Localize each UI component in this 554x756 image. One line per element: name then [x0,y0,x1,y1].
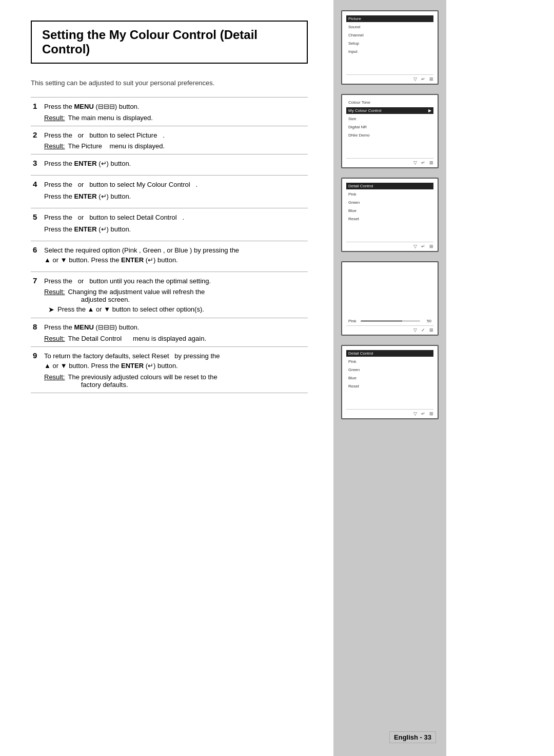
step-number: 6 [31,241,42,272]
menu-item: Green [346,366,433,373]
step-text: Press the or button until you reach the … [44,276,306,286]
menu-icon: ⊞ [429,160,433,165]
sidebar: Picture Sound Channel Setup Input ▽ ↵ ⊞ … [333,0,446,756]
menu-icon: ⊞ [429,244,433,249]
slider-screen: Pink 50 [346,266,433,325]
note-arrow-icon: ➤ [48,305,54,314]
enter-icon: ↵ [421,411,425,416]
menu-icon: ⊞ [429,76,433,82]
slider-value: 50 [422,319,431,323]
table-row: 4 Press the or button to select My Colou… [31,175,308,208]
menu-item: Input [346,48,433,55]
screen-bottom-icons: ▽ ↵ ⊞ [346,409,433,416]
slider-row: Pink 50 [346,318,433,324]
nav-icon: ▽ [413,244,417,249]
menu-item: DNIe Demo [346,132,433,139]
step-number: 9 [31,346,42,393]
menu-icon: ⊞ [429,411,433,416]
step-number: 2 [31,126,42,154]
menu-item: Digital NR [346,124,433,130]
screen-bottom-icons: ▽ ↵ ⊞ [346,74,433,82]
menu-item: Reset [346,383,433,390]
menu-items-2: Colour Tone My Colour Control▶ Size Digi… [346,99,433,158]
step-text: Press the ENTER (↵) button. [44,159,306,169]
result-text: Changing the adjustment value will refre… [68,288,205,303]
result-label: Result: [44,373,65,381]
enter-icon: ↵ [421,76,425,82]
slider-bar [361,320,420,322]
menu-item: Size [346,115,433,122]
menu-item: Detail Control [346,183,433,189]
result-text: The main menu is displayed. [68,114,152,122]
menu-icon: ⊞ [429,327,433,333]
table-row: 2 Press the or button to select Picture … [31,126,308,154]
enter-icon: ↵ [421,160,425,165]
menu-item: Pink [346,358,433,365]
menu-item: Channel [346,32,433,38]
result-label: Result: [44,142,65,150]
step-number: 4 [31,175,42,208]
table-row: 7 Press the or button until you reach th… [31,272,308,318]
menu-item: Green [346,199,433,206]
note-text: Press the ▲ or ▼ button to select other … [57,305,204,313]
enter-icon: ↵ [421,244,425,249]
page-title: Setting the My Colour Control (Detail Co… [42,28,296,56]
menu-item: Colour Tone [346,99,433,106]
menu-item: My Colour Control▶ [346,107,433,114]
step-number: 5 [31,208,42,241]
screen-bottom-icons: ▽ ↵ ⊞ [346,158,433,165]
menu-item: Setup [346,40,433,47]
result-text: The previously adjusted colours will be … [68,373,217,389]
page-title-box: Setting the My Colour Control (Detail Co… [31,21,308,64]
intro-text: This setting can be adjusted to suit you… [31,79,308,87]
table-row: 6 Select the required option (Pink , Gre… [31,241,308,272]
step-number: 3 [31,154,42,176]
screen-bottom-icons: ▽ ↵ ⊞ [346,242,433,249]
table-row: 5 Press the or button to select Detail C… [31,208,308,241]
nav-icon: ▽ [413,411,417,416]
menu-item: Blue [346,375,433,381]
result-label: Result: [44,114,65,122]
table-row: 3 Press the ENTER (↵) button. [31,154,308,176]
nav-icon: ▽ [413,327,417,333]
slider-label: Pink [348,319,359,323]
menu-item: Blue [346,207,433,214]
step-text: Press the or button to select Picture . [44,130,306,141]
screen-bottom-icons: ▽ ✓ ⊞ [346,325,433,333]
menu-items-3: Detail Control Pink Green Blue Reset [346,183,433,242]
result-label: Result: [44,335,65,342]
step-text-2: Press the ENTER (↵) button. [44,191,306,202]
page-number: English - 33 [389,731,436,743]
step-text: Press the or button to select Detail Con… [44,212,306,223]
steps-table: 1 Press the MENU (⊟⊟⊟) button. Result: T… [31,97,308,393]
step-text-2: Press the ENTER (↵) button. [44,224,306,235]
step-number: 7 [31,272,42,318]
confirm-icon: ✓ [421,327,425,333]
right-margin [446,0,554,756]
step-number: 8 [31,318,42,347]
screen-2: Colour Tone My Colour Control▶ Size Digi… [341,94,439,168]
step-text: Press the MENU (⊟⊟⊟) button. [44,322,306,333]
menu-items-5: Detail Control Pink Green Blue Reset [346,350,433,409]
screen-3: Detail Control Pink Green Blue Reset ▽ ↵… [341,178,439,252]
menu-item: Picture [346,15,433,22]
table-row: 8 Press the MENU (⊟⊟⊟) button. Result: T… [31,318,308,347]
screen-5: Detail Control Pink Green Blue Reset ▽ ↵… [341,345,439,419]
table-row: 9 To return the factory defaults, select… [31,346,308,393]
nav-icon: ▽ [413,76,417,82]
table-row: 1 Press the MENU (⊟⊟⊟) button. Result: T… [31,98,308,126]
menu-item: Reset [346,216,433,222]
nav-icon: ▽ [413,160,417,165]
step-text: Press the MENU (⊟⊟⊟) button. [44,102,306,112]
menu-item: Detail Control [346,350,433,357]
step-text: Press the or button to select My Colour … [44,180,306,190]
result-text: The Detail Control menu is displayed aga… [68,335,206,342]
step-text: Select the required option (Pink , Green… [44,245,306,265]
step-number: 1 [31,98,42,126]
menu-items-1: Picture Sound Channel Setup Input [346,15,433,74]
result-text: The Picture menu is displayed. [68,142,165,150]
menu-item: Sound [346,24,433,30]
screen-4: Pink 50 ▽ ✓ ⊞ [341,261,439,336]
screen-1: Picture Sound Channel Setup Input ▽ ↵ ⊞ [341,10,439,85]
menu-item: Pink [346,191,433,198]
